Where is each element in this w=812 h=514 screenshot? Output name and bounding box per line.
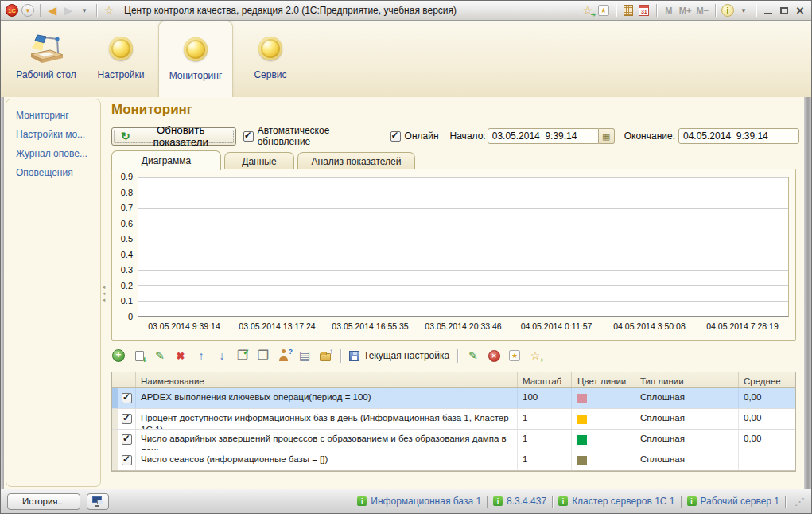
sidebar-item-monitoring[interactable]: Мониторинг [16, 110, 97, 121]
goto-favorite-button[interactable]: ☆➜ [581, 2, 595, 18]
section-button-service[interactable]: Сервис [233, 21, 308, 97]
memory-subtract-button[interactable]: M− [694, 2, 710, 18]
row-checkbox[interactable] [122, 455, 132, 465]
splitter-grip-icon: ◂ [103, 298, 106, 302]
info-icon: i [687, 496, 697, 506]
table-row[interactable]: APDEX выполнения ключевых операци(период… [112, 388, 795, 409]
toolbar-move-up-button[interactable]: ↑ [194, 349, 208, 363]
cell-average: 0,00 [739, 409, 798, 429]
tab-analysis[interactable]: Анализ показателей [297, 152, 415, 170]
start-date-label: Начало: [450, 130, 486, 142]
memory-add-button[interactable]: M+ [678, 2, 694, 18]
section-button-settings[interactable]: Настройки [84, 21, 158, 97]
toolbar-show-list-button[interactable]: ▤ [297, 349, 312, 363]
tab-data[interactable]: Данные [224, 152, 294, 170]
toolbar-user-question-button[interactable]: ? [277, 349, 291, 363]
chart-gridline [138, 239, 788, 239]
status-item-label: Кластер серверов 1С 1 [572, 496, 674, 507]
section-label: Мониторинг [169, 70, 223, 81]
memory-recall-button[interactable]: M [662, 2, 676, 18]
status-item[interactable]: i8.3.4.437 [493, 496, 546, 507]
main-menu-button[interactable]: ▼ [21, 2, 35, 18]
row-checkbox[interactable] [122, 414, 132, 424]
status-item[interactable]: iИнформационная база 1 [357, 496, 481, 507]
toolbar-favorite-setting-button[interactable]: ☆➜ [528, 349, 542, 363]
status-separator [552, 496, 553, 508]
toolbar-move-down-button[interactable]: ↓ [215, 349, 229, 363]
gold-sphere-icon [184, 29, 208, 70]
y-tick-label: 0.8 [121, 188, 133, 197]
minimize-button[interactable] [761, 2, 775, 18]
resize-grip[interactable]: ⋰ [795, 496, 805, 508]
toolbar-add-copy-button[interactable]: + [132, 349, 146, 363]
line-color-swatch [577, 456, 587, 465]
end-date-input[interactable] [678, 128, 799, 144]
tab-diagram[interactable]: Диаграмма [111, 150, 221, 170]
table-row[interactable]: Число аварийных завершений процессов с о… [112, 430, 795, 450]
forward-button[interactable]: ▶ [61, 2, 76, 18]
sidebar-item-alert-log[interactable]: Журнал опове... [16, 148, 97, 159]
chart-gridline [138, 270, 788, 271]
history-button[interactable]: История... [7, 493, 80, 510]
toolbar-restore-setting-button[interactable]: ★ [507, 349, 522, 363]
monitor-button[interactable] [87, 493, 109, 510]
nav-history-dropdown[interactable]: ▼ [77, 2, 91, 18]
online-checkbox[interactable] [390, 131, 401, 142]
toolbar-edit-button[interactable]: ✎ [153, 349, 167, 363]
sidebar-frame: МониторингНастройки мо...Журнал опове...… [6, 99, 101, 487]
row-checkbox[interactable] [122, 393, 132, 403]
refresh-indicators-button[interactable]: ↻ Обновить показатели [111, 127, 236, 146]
toolbar-delete-button[interactable]: ✖ [173, 349, 188, 363]
save-setting-button[interactable]: Текущая настройка [349, 350, 449, 361]
app-logo-1c-icon[interactable]: 1С [5, 2, 19, 18]
table-header-row: НаименованиеМасштабЦвет линииТип линииСр… [112, 372, 795, 388]
toolbar-check-all-button[interactable]: ❐✓ [235, 349, 250, 363]
section-button-monitoring[interactable]: Мониторинг [158, 21, 233, 97]
add-favorite-button[interactable]: ★ [596, 2, 611, 18]
table-row[interactable]: Процент доступности информационных баз в… [112, 409, 795, 430]
column-header-ltype: Тип линии [635, 372, 739, 387]
monitor-icon [92, 496, 103, 507]
start-date-wrap: ▦ [488, 128, 615, 144]
toolbar-add-button[interactable]: + [111, 349, 126, 363]
close-button[interactable]: ✕ [793, 2, 807, 18]
table-row[interactable]: Число сеансов (информационные базы = [])… [112, 450, 795, 471]
cell-line-color [572, 409, 635, 429]
sidebar-item-alerts[interactable]: Оповещения [16, 167, 97, 178]
toolbar-cancel-setting-button[interactable]: ✕ [487, 349, 501, 363]
sidebar-splitter[interactable]: ◂ ◂ ◂ [101, 97, 107, 489]
maximize-button[interactable] [777, 2, 791, 18]
toolbar-group-edit: ++✎✖↑↓❐✓❐?▤↑ [111, 349, 332, 363]
info-dropdown-button[interactable]: ▼ [736, 2, 751, 18]
favorites-star-button[interactable]: ☆ [102, 2, 116, 18]
cell-name: APDEX выполнения ключевых операци(период… [136, 388, 518, 408]
cell-line-type: Сплошная [635, 388, 739, 408]
status-separator [785, 496, 786, 508]
cell-scale: 1 [518, 409, 572, 429]
about-button[interactable]: i [721, 2, 735, 18]
desk-lamp-icon [28, 33, 64, 64]
status-item[interactable]: iРабочий сервер 1 [687, 496, 780, 507]
section-button-desktop[interactable]: Рабочий стол [9, 21, 84, 97]
toolbar-export-folder-button[interactable]: ↑ [318, 349, 332, 363]
start-date-calendar-button[interactable]: ▦ [599, 128, 615, 144]
start-date-input[interactable] [488, 128, 599, 144]
calculator-button[interactable] [621, 2, 635, 18]
section-label: Настройки [98, 69, 145, 80]
sidebar-item-monitoring-settings[interactable]: Настройки мо... [16, 129, 97, 140]
back-button[interactable]: ◀ [45, 2, 60, 18]
cell-scale: 1 [518, 450, 572, 470]
status-links: iИнформационная база 1i8.3.4.437iКластер… [357, 496, 805, 508]
titlebar-separator [616, 4, 616, 17]
toolbar-uncheck-all-button[interactable]: ❐ [256, 349, 270, 363]
chart-gridline [138, 177, 788, 178]
toolbar-edit-setting-button[interactable]: ✎ [466, 349, 480, 363]
titlebar-separator [40, 4, 41, 17]
x-tick-label: 04.05.2014 7:28:19 [696, 321, 789, 334]
status-item[interactable]: iКластер серверов 1С 1 [558, 496, 674, 507]
y-tick-label: 0.5 [121, 234, 133, 243]
row-checkbox[interactable] [122, 434, 132, 445]
cell-name: Число сеансов (информационные базы = []) [136, 450, 518, 470]
auto-update-checkbox[interactable] [243, 131, 254, 142]
calendar-button[interactable]: 31 [637, 2, 651, 18]
